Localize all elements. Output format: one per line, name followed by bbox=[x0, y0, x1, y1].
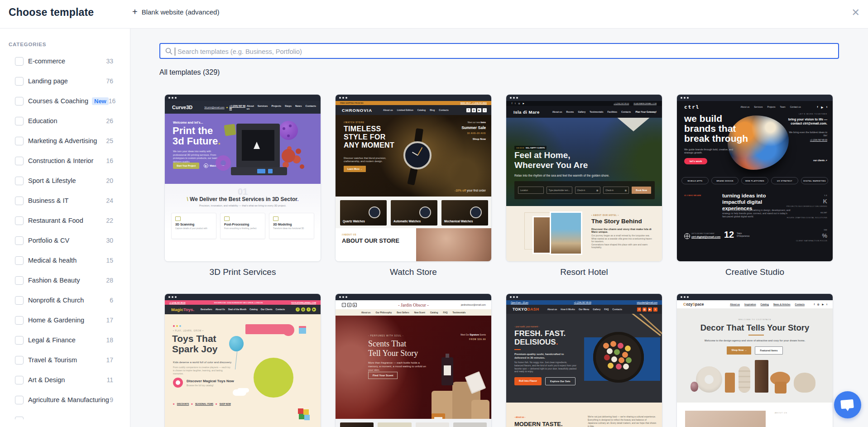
mini-logo: TOKYODASH bbox=[513, 307, 539, 312]
mini-button: Book Now bbox=[632, 187, 651, 194]
template-card-3d-print-services: Curve3D 3d.print@email.com+1 (234) 567 8… bbox=[164, 94, 321, 277]
facebook-icon: f bbox=[296, 307, 300, 312]
social-icons: f◎▶t bbox=[466, 108, 487, 112]
template-preview[interactable]: f◎▶ - Jardin Obscur - jardinobscur@email… bbox=[335, 293, 492, 427]
sidebar-item-home-gardening[interactable]: Home & Gardening17 bbox=[0, 310, 130, 330]
chat-icon bbox=[840, 399, 854, 409]
sidebar-item-e-commerce[interactable]: E-commerce33 bbox=[0, 51, 130, 71]
sidebar-item-education[interactable]: Education26 bbox=[0, 111, 130, 131]
browser-chrome bbox=[506, 95, 662, 101]
checkbox[interactable] bbox=[15, 376, 24, 384]
sidebar-item-agriculture-manufacturing[interactable]: Agriculture & Manufacturing9 bbox=[0, 390, 130, 410]
instagram-icon: ◎ bbox=[643, 307, 647, 312]
browser-chrome bbox=[506, 294, 662, 300]
mini-hero: ★★★★★900+ HAPPY CLIENTS Feel at Home,Whe… bbox=[506, 118, 662, 206]
sidebar-item-sport-lifestyle[interactable]: Sport & Lifestyle20 bbox=[0, 171, 130, 191]
checkbox[interactable] bbox=[15, 336, 24, 345]
facebook-icon: f bbox=[637, 307, 641, 312]
vase-shape bbox=[794, 373, 815, 393]
template-preview[interactable]: Open 8 am - 10 pm+1 (234) 567 89 00tokyo… bbox=[506, 293, 662, 427]
sidebar-item-fashion-beauty[interactable]: Fashion & Beauty28 bbox=[0, 270, 130, 290]
sidebar-item-nonprofit-church[interactable]: Nonprofit & Church6 bbox=[0, 290, 130, 310]
template-card-creative-studio: ctrl About usServicesProjectsTeamContact… bbox=[676, 94, 833, 277]
results-heading: All templates (329) bbox=[159, 68, 220, 77]
mini-button: Start Your Project bbox=[173, 163, 199, 169]
play-icon: ▶ bbox=[204, 163, 208, 168]
template-card-tokyodash: Open 8 am - 10 pm+1 (234) 567 89 00tokyo… bbox=[506, 293, 662, 427]
template-preview[interactable]: FREE SHIPPING FROM $20NEED HELP: +1 (234… bbox=[335, 94, 492, 262]
sidebar-item-portfolio-cv[interactable]: Portfolio & CV30 bbox=[0, 230, 130, 250]
checkbox[interactable] bbox=[15, 316, 24, 325]
templates-panel: All templates (329) Curve3D 3d.print@ema… bbox=[130, 28, 868, 427]
checkbox[interactable] bbox=[15, 97, 24, 106]
mini-category-tiles: Quartz Watches Automatic Watches Mechani… bbox=[336, 197, 491, 228]
template-preview[interactable]: ctrl About usServicesProjectsTeamContact… bbox=[676, 94, 833, 262]
balloon-shape bbox=[229, 336, 244, 351]
checkbox[interactable] bbox=[15, 236, 24, 245]
chat-button[interactable] bbox=[834, 391, 861, 418]
facebook-icon: f bbox=[466, 108, 470, 112]
sidebar-item-landing-page[interactable]: Landing page76 bbox=[0, 71, 130, 91]
globe-icon bbox=[684, 233, 690, 239]
template-preview[interactable]: ft◎▶ +1 (234) 567 89 00ISLADIMARE@EMAIL.… bbox=[506, 94, 662, 262]
template-preview[interactable]: +1 (234) 567 89 00SHOWROOM: 5254 EGREMON… bbox=[164, 293, 321, 427]
mini-hero: - your sushi, your moment - FRESH. FAST.… bbox=[506, 314, 662, 403]
mini-button: Learn More → bbox=[344, 166, 366, 172]
blank-website-button[interactable]: + Blank website (advanced) bbox=[132, 7, 219, 16]
gift-shape bbox=[299, 326, 306, 334]
template-preview[interactable]: CozySpace About usInspirationCatalogNews… bbox=[676, 293, 833, 427]
sidebar-item-medical-health[interactable]: Medical & health15 bbox=[0, 250, 130, 270]
checkbox[interactable] bbox=[15, 216, 24, 225]
checkbox[interactable] bbox=[15, 157, 24, 165]
mini-button: Find Your Scent bbox=[368, 372, 398, 379]
close-icon[interactable]: ✕ bbox=[852, 6, 860, 20]
mini-navbar: About usOur PhilosophyBest SellersNew Sc… bbox=[336, 309, 491, 316]
search-input[interactable] bbox=[177, 44, 830, 59]
instagram-icon: ◎ bbox=[472, 108, 476, 112]
sidebar-item-business-it[interactable]: Business & IT24 bbox=[0, 191, 130, 211]
sidebar-item-legal-finance[interactable]: Legal & Finance18 bbox=[0, 330, 130, 350]
checkbox[interactable] bbox=[15, 296, 24, 305]
mini-navbar: ctrl About usServicesProjectsTeamContact… bbox=[677, 101, 833, 113]
sidebar-item-construction-interior[interactable]: Construction & Interior16 bbox=[0, 151, 130, 171]
browser-chrome bbox=[336, 95, 491, 101]
sidebar-item-partial bbox=[15, 417, 24, 419]
mini-about-section: ABOUT US bbox=[677, 403, 833, 427]
categories-sidebar: CATEGORIES E-commerce33 Landing page76 C… bbox=[0, 28, 130, 427]
chevron-down-icon: ⌄ bbox=[568, 189, 570, 192]
sidebar-item-courses-coaching[interactable]: Courses & CoachingNew16 bbox=[0, 91, 130, 111]
mini-navbar: MagicToys. BestsellersAbout UsDeal of th… bbox=[165, 305, 321, 314]
checkbox[interactable] bbox=[15, 117, 24, 125]
checkbox[interactable] bbox=[15, 276, 24, 285]
mini-logo: ctrl bbox=[684, 104, 700, 110]
sidebar-item-restaurant-food[interactable]: Restaurant & Food22 bbox=[0, 211, 130, 230]
sidebar-item-travel-tourism[interactable]: Travel & Tourism17 bbox=[0, 350, 130, 370]
search-box[interactable] bbox=[159, 43, 839, 59]
checkbox[interactable] bbox=[15, 57, 24, 66]
checkbox[interactable] bbox=[15, 177, 24, 185]
mini-navbar: Isla di Mare About usRoomsGalleryTestimo… bbox=[506, 106, 662, 118]
twitter-icon: t bbox=[653, 307, 657, 312]
mini-button: let's work bbox=[684, 158, 707, 164]
dialog-header: Choose template + Blank website (advance… bbox=[0, 0, 868, 29]
sidebar-item-marketing-advertising[interactable]: Marketing & Advertising25 bbox=[0, 131, 130, 151]
social-icons: f◎▶t bbox=[814, 303, 827, 306]
sidebar-item-art-design[interactable]: Art & Design11 bbox=[0, 370, 130, 390]
model-icon bbox=[273, 216, 278, 221]
template-preview[interactable]: Curve3D 3d.print@email.com+1 (234) 567 8… bbox=[164, 94, 321, 262]
checkbox[interactable] bbox=[15, 396, 24, 404]
twitter-icon: t bbox=[307, 307, 311, 312]
checkbox[interactable] bbox=[15, 256, 24, 265]
mini-hero: WELCOME TO COZYSPACE Decor That Tells Yo… bbox=[677, 308, 833, 403]
checkbox[interactable] bbox=[15, 356, 24, 365]
text-caret bbox=[175, 48, 175, 56]
youtube-icon: ▶ bbox=[648, 307, 652, 312]
browser-chrome bbox=[165, 294, 321, 300]
mini-logo: CHRONOVIA bbox=[342, 108, 372, 113]
checkbox[interactable] bbox=[15, 197, 24, 205]
checkbox[interactable] bbox=[15, 77, 24, 86]
instagram-icon: ◎ bbox=[518, 102, 520, 105]
service-pills: MOBILE APPSBRAND DESIGNWEB PLATFORMSUX S… bbox=[681, 177, 828, 184]
checkbox[interactable] bbox=[15, 137, 24, 145]
twitter-icon: t bbox=[826, 303, 827, 306]
